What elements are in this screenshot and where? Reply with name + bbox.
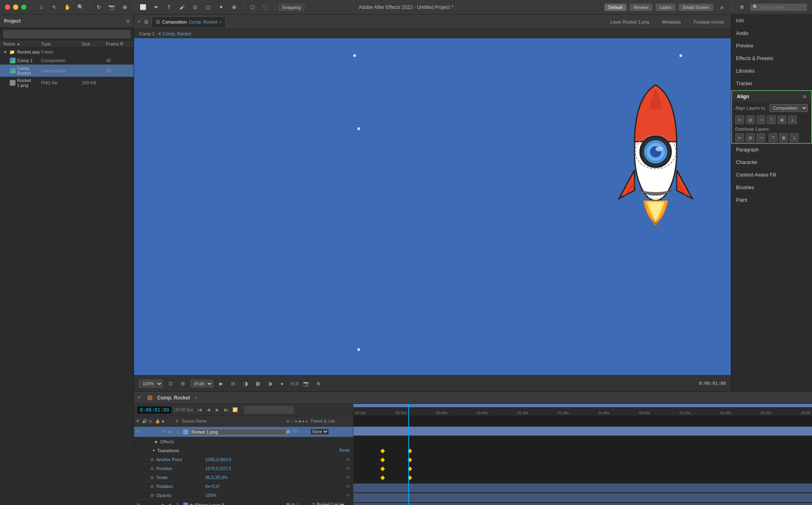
keyframe-mark[interactable] [380, 449, 385, 453]
list-item[interactable]: Rocket 1.png PNG file 299 KB [0, 77, 134, 89]
tab-metadata[interactable]: Metadata [659, 18, 684, 26]
dist-bottom-btn[interactable]: ⊥ [790, 133, 799, 142]
brushes-header[interactable]: Brushes [731, 181, 812, 194]
quality-select[interactable]: (Full) [191, 380, 213, 388]
expand-transform[interactable]: ▼ [152, 449, 156, 453]
chevron-icon[interactable]: ▶ [160, 502, 166, 505]
fast-preview-btn[interactable]: ▶ [217, 379, 225, 388]
tab-layer[interactable]: Layer Rocket 1.png [607, 18, 652, 26]
pen-tool[interactable]: ✒ [151, 2, 161, 13]
opacity-label[interactable]: Opacity [156, 493, 205, 498]
lock-toggle[interactable] [154, 502, 160, 505]
search-help-input[interactable] [750, 4, 807, 11]
stopwatch-icon[interactable]: ⊙ [346, 466, 350, 470]
show-channel-btn[interactable]: ⊕ [314, 379, 323, 388]
parent-select[interactable]: 1. Rocket 1.pn [311, 502, 345, 505]
workspace-review[interactable]: Review [630, 4, 652, 11]
info-header[interactable]: Info [731, 15, 812, 27]
rotation-value[interactable]: 0x+0,0° [205, 484, 221, 489]
list-item[interactable]: Comp 1 Composition 30 [0, 56, 134, 65]
keyframe-mark[interactable] [380, 466, 385, 471]
stopwatch-icon[interactable]: ⊙ [346, 484, 350, 488]
mask-btn[interactable]: ⊞ [286, 429, 290, 434]
audio-toggle[interactable] [142, 502, 147, 505]
character-header[interactable]: Character [731, 156, 812, 168]
align-menu-icon[interactable]: ≡ [803, 93, 806, 100]
audio-toggle[interactable] [142, 429, 147, 435]
close-button[interactable] [5, 4, 10, 10]
dist-center-h-btn[interactable]: ⊟ [746, 133, 755, 142]
zoom-select[interactable]: 100% [139, 380, 163, 388]
libraries-header[interactable]: Libraries [731, 65, 812, 77]
select-tool[interactable]: ↖ [49, 2, 60, 13]
next-frame-btn[interactable]: ▶| [223, 406, 230, 414]
fit-view-btn[interactable]: ⊡ [166, 379, 175, 388]
paragraph-header[interactable]: Paragraph [731, 144, 812, 156]
rotate-tool[interactable]: ↻ [93, 2, 104, 13]
timeline-track-area[interactable]: 00:15s 00:30s 00:45s 01:00s 01:15s 01:30… [353, 404, 812, 505]
workspace-learn[interactable]: Learn [656, 4, 675, 11]
align-center-v-btn[interactable]: ⊠ [777, 115, 786, 124]
reset-btn[interactable]: Reset [339, 448, 350, 453]
extra-toggle[interactable]: ◀ [167, 502, 172, 505]
puppet-tool[interactable]: ✦ [216, 2, 226, 13]
more-workspaces[interactable]: » [717, 2, 727, 13]
extra-toggle[interactable]: ◀ [167, 429, 172, 435]
layer-name[interactable]: Rocket 1.png [189, 429, 286, 435]
table-row[interactable]: 👁 ▼ ◀ 1 Rocket 1.png ⊞ / fx [134, 427, 353, 437]
tab-menu[interactable]: ≡ [219, 20, 221, 24]
tracker-header[interactable]: Tracker [731, 78, 812, 90]
brush-tool[interactable]: 🖌 [177, 2, 187, 13]
scale-value[interactable]: 35,0,35,0% [205, 475, 228, 480]
expand-effects[interactable]: ▶ [155, 440, 158, 444]
table-row[interactable]: 👁 ▶ ◀ 2 ★ Shape Layer 3 ⊞ [134, 500, 353, 505]
keyframe-mark[interactable] [380, 458, 385, 462]
pin-tool[interactable]: ⊕ [229, 2, 239, 13]
timeline-timecode[interactable]: 0:00:01:09 [137, 406, 171, 414]
dist-left-btn[interactable]: ⊢ [735, 133, 744, 142]
color-mgmt-btn[interactable]: ● [277, 379, 286, 388]
prev-frame-btn[interactable]: ◀ [205, 406, 212, 414]
chevron-icon[interactable]: ▼ [160, 429, 166, 435]
minimize-button[interactable] [13, 4, 18, 10]
timeline-menu[interactable]: ≡ [195, 395, 197, 400]
rotation-label[interactable]: Rotation [156, 484, 205, 489]
resolution-btn[interactable]: ⊟ [229, 379, 238, 388]
panel-menu-icon[interactable]: ⊞ [144, 19, 148, 25]
project-panel-menu[interactable]: ≡ [126, 18, 130, 24]
content-aware-header[interactable]: Content-Aware Fill [731, 169, 812, 181]
loop-btn[interactable]: 🔁 [232, 406, 239, 414]
lock-toggle[interactable] [154, 429, 160, 435]
eye-toggle[interactable]: 👁 [136, 429, 141, 435]
opacity-value[interactable]: 100% [205, 493, 217, 498]
dist-top-btn[interactable]: ⊤ [769, 133, 777, 142]
effects-header[interactable]: Effects & Presets [731, 52, 812, 65]
align-bottom-btn[interactable]: ⊥ [788, 115, 797, 124]
eye-toggle[interactable]: 👁 [136, 502, 141, 505]
snapshot-btn[interactable]: 📷 [302, 379, 311, 388]
align-right-btn[interactable]: ⊣ [756, 115, 765, 124]
shape-tool-extra[interactable]: ⬡ [247, 2, 258, 13]
workspace-small-screen[interactable]: Small Screen [679, 4, 713, 11]
eraser-tool[interactable]: ◻ [203, 2, 213, 13]
list-item[interactable]: ▼ 📁 Rocket.aep Folder [0, 47, 134, 56]
parent-select[interactable]: None [311, 429, 329, 434]
breadcrumb-comp1[interactable]: Comp 1 [139, 31, 155, 36]
position-value[interactable]: 1570,0,537,5 [205, 466, 231, 471]
align-left-btn[interactable]: ⊢ [735, 115, 744, 124]
align-layers-select[interactable]: Composition [769, 104, 808, 112]
home-tool[interactable]: ⌂ [36, 2, 47, 13]
close-panel-button[interactable]: ✕ [137, 19, 141, 24]
anchor-point-label[interactable]: Anchor Point [156, 457, 205, 462]
viewport[interactable] [134, 38, 731, 391]
transparency-btn[interactable]: ▩ [253, 379, 262, 388]
project-search-input[interactable] [3, 30, 130, 38]
tab-composition[interactable]: Composition Comp. Rocket ≡ [152, 16, 226, 28]
workspace-default[interactable]: Default [604, 4, 627, 11]
solo-toggle[interactable] [148, 429, 154, 435]
solo-toggle[interactable] [148, 502, 154, 505]
scale-label[interactable]: Scale [156, 475, 205, 480]
snapping-toggle[interactable]: Snapping [278, 4, 305, 11]
layer-name[interactable]: Shape Layer 3 [195, 503, 286, 505]
dist-right-btn[interactable]: ⊣ [756, 133, 765, 142]
